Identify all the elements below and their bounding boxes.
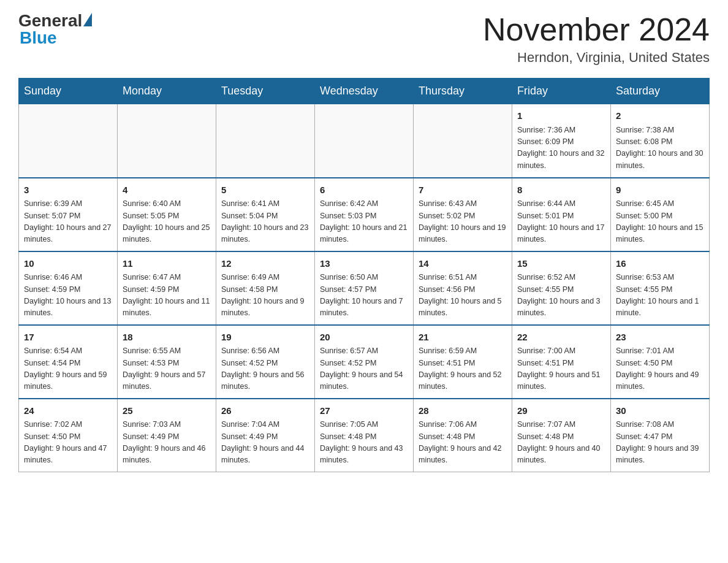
day-sun-info: Sunrise: 6:51 AMSunset: 4:56 PMDaylight:… [419,272,507,320]
day-number: 14 [419,257,507,271]
header: General Blue November 2024 Herndon, Virg… [18,12,710,66]
calendar-cell [19,104,118,178]
day-number: 8 [517,183,605,197]
day-sun-info: Sunrise: 6:47 AMSunset: 4:59 PMDaylight:… [123,272,211,320]
day-number: 25 [123,404,211,418]
title-area: November 2024 Herndon, Virginia, United … [483,12,710,66]
header-friday: Friday [512,79,611,104]
day-number: 7 [419,183,507,197]
day-number: 26 [221,404,309,418]
calendar-cell: 22Sunrise: 7:00 AMSunset: 4:51 PMDayligh… [512,325,611,399]
day-sun-info: Sunrise: 7:07 AMSunset: 4:48 PMDaylight:… [517,419,605,467]
day-sun-info: Sunrise: 6:40 AMSunset: 5:05 PMDaylight:… [123,198,211,246]
day-number: 23 [616,331,704,345]
header-tuesday: Tuesday [216,79,315,104]
day-headers-row: Sunday Monday Tuesday Wednesday Thursday… [19,79,710,104]
day-sun-info: Sunrise: 7:00 AMSunset: 4:51 PMDaylight:… [517,345,605,393]
day-number: 4 [123,183,211,197]
calendar-week-row: 3Sunrise: 6:39 AMSunset: 5:07 PMDaylight… [19,178,710,251]
day-number: 20 [320,331,408,345]
day-number: 17 [24,331,112,345]
logo: General Blue [18,12,92,48]
calendar-cell: 3Sunrise: 6:39 AMSunset: 5:07 PMDaylight… [19,178,118,251]
calendar-cell: 8Sunrise: 6:44 AMSunset: 5:01 PMDaylight… [512,178,611,251]
day-number: 2 [616,109,704,123]
day-sun-info: Sunrise: 7:02 AMSunset: 4:50 PMDaylight:… [24,419,112,467]
header-sunday: Sunday [19,79,118,104]
calendar-cell [315,104,414,178]
day-sun-info: Sunrise: 7:01 AMSunset: 4:50 PMDaylight:… [616,345,704,393]
calendar-cell [118,104,216,178]
location-title: Herndon, Virginia, United States [483,50,710,66]
day-sun-info: Sunrise: 6:50 AMSunset: 4:57 PMDaylight:… [320,272,408,320]
day-sun-info: Sunrise: 6:39 AMSunset: 5:07 PMDaylight:… [24,198,112,246]
calendar-cell: 24Sunrise: 7:02 AMSunset: 4:50 PMDayligh… [19,399,118,472]
day-number: 28 [419,404,507,418]
day-sun-info: Sunrise: 6:52 AMSunset: 4:55 PMDaylight:… [517,272,605,320]
day-sun-info: Sunrise: 6:42 AMSunset: 5:03 PMDaylight:… [320,198,408,246]
calendar-cell: 15Sunrise: 6:52 AMSunset: 4:55 PMDayligh… [512,251,611,325]
header-wednesday: Wednesday [315,79,414,104]
calendar-cell: 30Sunrise: 7:08 AMSunset: 4:47 PMDayligh… [611,399,710,472]
calendar-week-row: 17Sunrise: 6:54 AMSunset: 4:54 PMDayligh… [19,325,710,399]
calendar-cell: 9Sunrise: 6:45 AMSunset: 5:00 PMDaylight… [611,178,710,251]
day-number: 16 [616,257,704,271]
day-number: 11 [123,257,211,271]
day-sun-info: Sunrise: 6:56 AMSunset: 4:52 PMDaylight:… [221,345,309,393]
day-sun-info: Sunrise: 6:53 AMSunset: 4:55 PMDaylight:… [616,272,704,320]
day-number: 18 [123,331,211,345]
day-number: 5 [221,183,309,197]
month-title: November 2024 [483,12,710,47]
day-number: 9 [616,183,704,197]
calendar-cell [216,104,315,178]
day-number: 21 [419,331,507,345]
calendar-cell: 4Sunrise: 6:40 AMSunset: 5:05 PMDaylight… [118,178,216,251]
header-monday: Monday [118,79,216,104]
day-number: 13 [320,257,408,271]
day-sun-info: Sunrise: 6:57 AMSunset: 4:52 PMDaylight:… [320,345,408,393]
calendar-week-row: 24Sunrise: 7:02 AMSunset: 4:50 PMDayligh… [19,399,710,472]
day-sun-info: Sunrise: 7:38 AMSunset: 6:08 PMDaylight:… [616,124,704,172]
day-number: 15 [517,257,605,271]
day-sun-info: Sunrise: 7:06 AMSunset: 4:48 PMDaylight:… [419,419,507,467]
day-sun-info: Sunrise: 6:43 AMSunset: 5:02 PMDaylight:… [419,198,507,246]
calendar-cell: 21Sunrise: 6:59 AMSunset: 4:51 PMDayligh… [414,325,512,399]
calendar-cell: 16Sunrise: 6:53 AMSunset: 4:55 PMDayligh… [611,251,710,325]
calendar-cell: 26Sunrise: 7:04 AMSunset: 4:49 PMDayligh… [216,399,315,472]
day-sun-info: Sunrise: 7:04 AMSunset: 4:49 PMDaylight:… [221,419,309,467]
calendar-cell: 6Sunrise: 6:42 AMSunset: 5:03 PMDaylight… [315,178,414,251]
day-number: 6 [320,183,408,197]
calendar-cell: 27Sunrise: 7:05 AMSunset: 4:48 PMDayligh… [315,399,414,472]
calendar-cell: 2Sunrise: 7:38 AMSunset: 6:08 PMDaylight… [611,104,710,178]
day-sun-info: Sunrise: 6:54 AMSunset: 4:54 PMDaylight:… [24,345,112,393]
day-number: 19 [221,331,309,345]
logo-general-text: General [18,12,82,29]
calendar-cell: 12Sunrise: 6:49 AMSunset: 4:58 PMDayligh… [216,251,315,325]
calendar-cell: 1Sunrise: 7:36 AMSunset: 6:09 PMDaylight… [512,104,611,178]
day-sun-info: Sunrise: 6:41 AMSunset: 5:04 PMDaylight:… [221,198,309,246]
calendar-week-row: 10Sunrise: 6:46 AMSunset: 4:59 PMDayligh… [19,251,710,325]
header-thursday: Thursday [414,79,512,104]
calendar-cell: 7Sunrise: 6:43 AMSunset: 5:02 PMDaylight… [414,178,512,251]
calendar-week-row: 1Sunrise: 7:36 AMSunset: 6:09 PMDaylight… [19,104,710,178]
calendar-cell: 28Sunrise: 7:06 AMSunset: 4:48 PMDayligh… [414,399,512,472]
day-sun-info: Sunrise: 6:46 AMSunset: 4:59 PMDaylight:… [24,272,112,320]
calendar-cell: 25Sunrise: 7:03 AMSunset: 4:49 PMDayligh… [118,399,216,472]
logo-blue-text: Blue [20,28,57,48]
calendar-cell [414,104,512,178]
day-number: 12 [221,257,309,271]
logo-triangle-icon [83,13,92,26]
calendar-cell: 14Sunrise: 6:51 AMSunset: 4:56 PMDayligh… [414,251,512,325]
day-sun-info: Sunrise: 7:03 AMSunset: 4:49 PMDaylight:… [123,419,211,467]
day-sun-info: Sunrise: 6:59 AMSunset: 4:51 PMDaylight:… [419,345,507,393]
day-sun-info: Sunrise: 7:08 AMSunset: 4:47 PMDaylight:… [616,419,704,467]
calendar-cell: 17Sunrise: 6:54 AMSunset: 4:54 PMDayligh… [19,325,118,399]
day-sun-info: Sunrise: 7:36 AMSunset: 6:09 PMDaylight:… [517,124,605,172]
calendar-cell: 5Sunrise: 6:41 AMSunset: 5:04 PMDaylight… [216,178,315,251]
day-number: 22 [517,331,605,345]
day-number: 10 [24,257,112,271]
calendar-cell: 29Sunrise: 7:07 AMSunset: 4:48 PMDayligh… [512,399,611,472]
calendar-table: Sunday Monday Tuesday Wednesday Thursday… [18,78,710,472]
calendar-cell: 19Sunrise: 6:56 AMSunset: 4:52 PMDayligh… [216,325,315,399]
day-sun-info: Sunrise: 6:45 AMSunset: 5:00 PMDaylight:… [616,198,704,246]
